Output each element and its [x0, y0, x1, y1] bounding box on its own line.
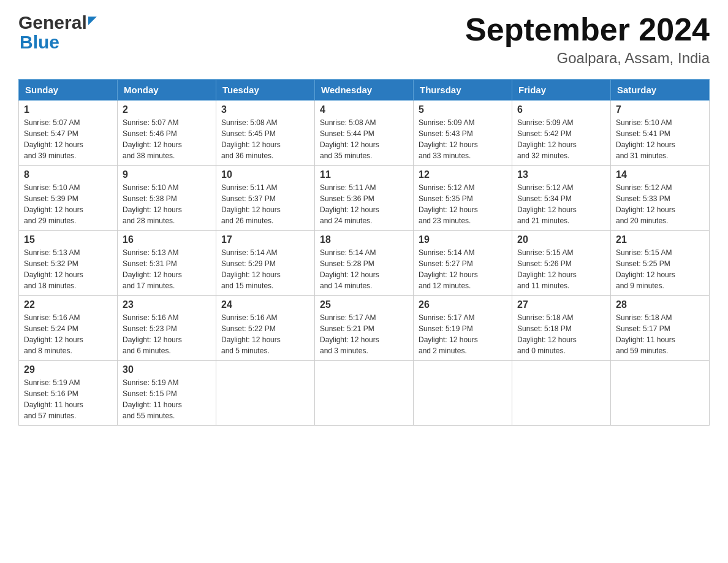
calendar-cell: 7 Sunrise: 5:10 AMSunset: 5:41 PMDayligh… — [611, 101, 710, 166]
day-number: 11 — [320, 169, 408, 180]
calendar-cell — [512, 361, 611, 426]
day-info: Sunrise: 5:12 AMSunset: 5:34 PMDaylight:… — [517, 182, 605, 226]
calendar-title: September 2024 — [465, 12, 710, 47]
calendar-cell: 15 Sunrise: 5:13 AMSunset: 5:32 PMDaylig… — [19, 231, 118, 296]
day-number: 29 — [24, 364, 112, 375]
calendar-cell — [414, 361, 512, 426]
header-sunday: Sunday — [19, 80, 118, 101]
calendar-cell: 13 Sunrise: 5:12 AMSunset: 5:34 PMDaylig… — [512, 166, 611, 231]
calendar-header-row: Sunday Monday Tuesday Wednesday Thursday… — [19, 80, 710, 101]
day-number: 1 — [24, 104, 112, 115]
title-section: September 2024 Goalpara, Assam, India — [465, 12, 710, 67]
day-info: Sunrise: 5:19 AMSunset: 5:16 PMDaylight:… — [24, 377, 112, 421]
day-info: Sunrise: 5:13 AMSunset: 5:32 PMDaylight:… — [24, 247, 112, 291]
calendar-cell: 16 Sunrise: 5:13 AMSunset: 5:31 PMDaylig… — [118, 231, 216, 296]
day-info: Sunrise: 5:07 AMSunset: 5:47 PMDaylight:… — [24, 117, 112, 161]
calendar-week-row: 1 Sunrise: 5:07 AMSunset: 5:47 PMDayligh… — [19, 101, 710, 166]
day-info: Sunrise: 5:17 AMSunset: 5:21 PMDaylight:… — [320, 312, 408, 356]
calendar-cell: 11 Sunrise: 5:11 AMSunset: 5:36 PMDaylig… — [315, 166, 414, 231]
calendar-cell: 14 Sunrise: 5:12 AMSunset: 5:33 PMDaylig… — [611, 166, 710, 231]
day-number: 30 — [123, 364, 211, 375]
calendar-cell: 5 Sunrise: 5:09 AMSunset: 5:43 PMDayligh… — [414, 101, 512, 166]
day-number: 16 — [123, 234, 211, 245]
day-info: Sunrise: 5:15 AMSunset: 5:25 PMDaylight:… — [616, 247, 704, 291]
calendar-week-row: 22 Sunrise: 5:16 AMSunset: 5:24 PMDaylig… — [19, 296, 710, 361]
calendar-cell: 1 Sunrise: 5:07 AMSunset: 5:47 PMDayligh… — [19, 101, 118, 166]
day-number: 20 — [517, 234, 605, 245]
day-number: 10 — [221, 169, 309, 180]
calendar-cell: 10 Sunrise: 5:11 AMSunset: 5:37 PMDaylig… — [216, 166, 315, 231]
calendar-cell: 18 Sunrise: 5:14 AMSunset: 5:28 PMDaylig… — [315, 231, 414, 296]
day-number: 26 — [419, 299, 507, 310]
logo: General Blue — [18, 12, 97, 53]
day-info: Sunrise: 5:09 AMSunset: 5:42 PMDaylight:… — [517, 117, 605, 161]
header-friday: Friday — [512, 80, 611, 101]
day-info: Sunrise: 5:12 AMSunset: 5:33 PMDaylight:… — [616, 182, 704, 226]
logo-general-text: General — [18, 12, 87, 33]
day-number: 9 — [123, 169, 211, 180]
header-thursday: Thursday — [414, 80, 512, 101]
day-info: Sunrise: 5:16 AMSunset: 5:22 PMDaylight:… — [221, 312, 309, 356]
day-info: Sunrise: 5:14 AMSunset: 5:27 PMDaylight:… — [419, 247, 507, 291]
calendar-cell: 3 Sunrise: 5:08 AMSunset: 5:45 PMDayligh… — [216, 101, 315, 166]
day-info: Sunrise: 5:16 AMSunset: 5:23 PMDaylight:… — [123, 312, 211, 356]
calendar-cell — [611, 361, 710, 426]
day-info: Sunrise: 5:08 AMSunset: 5:44 PMDaylight:… — [320, 117, 408, 161]
calendar-cell: 23 Sunrise: 5:16 AMSunset: 5:23 PMDaylig… — [118, 296, 216, 361]
calendar-week-row: 8 Sunrise: 5:10 AMSunset: 5:39 PMDayligh… — [19, 166, 710, 231]
day-info: Sunrise: 5:07 AMSunset: 5:46 PMDaylight:… — [123, 117, 211, 161]
day-number: 23 — [123, 299, 211, 310]
day-info: Sunrise: 5:15 AMSunset: 5:26 PMDaylight:… — [517, 247, 605, 291]
header-monday: Monday — [118, 80, 216, 101]
header-tuesday: Tuesday — [216, 80, 315, 101]
day-info: Sunrise: 5:14 AMSunset: 5:29 PMDaylight:… — [221, 247, 309, 291]
page-header: General Blue September 2024 Goalpara, As… — [18, 12, 710, 67]
day-number: 21 — [616, 234, 704, 245]
day-number: 14 — [616, 169, 704, 180]
day-number: 8 — [24, 169, 112, 180]
calendar-cell: 4 Sunrise: 5:08 AMSunset: 5:44 PMDayligh… — [315, 101, 414, 166]
calendar-cell: 30 Sunrise: 5:19 AMSunset: 5:15 PMDaylig… — [118, 361, 216, 426]
day-number: 5 — [419, 104, 507, 115]
calendar-cell: 12 Sunrise: 5:12 AMSunset: 5:35 PMDaylig… — [414, 166, 512, 231]
calendar-week-row: 15 Sunrise: 5:13 AMSunset: 5:32 PMDaylig… — [19, 231, 710, 296]
calendar-cell: 25 Sunrise: 5:17 AMSunset: 5:21 PMDaylig… — [315, 296, 414, 361]
day-info: Sunrise: 5:14 AMSunset: 5:28 PMDaylight:… — [320, 247, 408, 291]
calendar-cell: 17 Sunrise: 5:14 AMSunset: 5:29 PMDaylig… — [216, 231, 315, 296]
calendar-cell: 8 Sunrise: 5:10 AMSunset: 5:39 PMDayligh… — [19, 166, 118, 231]
calendar-cell: 2 Sunrise: 5:07 AMSunset: 5:46 PMDayligh… — [118, 101, 216, 166]
day-info: Sunrise: 5:18 AMSunset: 5:18 PMDaylight:… — [517, 312, 605, 356]
day-number: 24 — [221, 299, 309, 310]
calendar-cell: 28 Sunrise: 5:18 AMSunset: 5:17 PMDaylig… — [611, 296, 710, 361]
day-number: 28 — [616, 299, 704, 310]
day-info: Sunrise: 5:10 AMSunset: 5:38 PMDaylight:… — [123, 182, 211, 226]
calendar-cell: 20 Sunrise: 5:15 AMSunset: 5:26 PMDaylig… — [512, 231, 611, 296]
day-number: 19 — [419, 234, 507, 245]
day-info: Sunrise: 5:18 AMSunset: 5:17 PMDaylight:… — [616, 312, 704, 356]
day-info: Sunrise: 5:10 AMSunset: 5:41 PMDaylight:… — [616, 117, 704, 161]
calendar-cell: 6 Sunrise: 5:09 AMSunset: 5:42 PMDayligh… — [512, 101, 611, 166]
calendar-cell — [216, 361, 315, 426]
header-wednesday: Wednesday — [315, 80, 414, 101]
day-info: Sunrise: 5:12 AMSunset: 5:35 PMDaylight:… — [419, 182, 507, 226]
day-info: Sunrise: 5:19 AMSunset: 5:15 PMDaylight:… — [123, 377, 211, 421]
calendar-cell: 27 Sunrise: 5:18 AMSunset: 5:18 PMDaylig… — [512, 296, 611, 361]
calendar-cell: 21 Sunrise: 5:15 AMSunset: 5:25 PMDaylig… — [611, 231, 710, 296]
day-number: 15 — [24, 234, 112, 245]
logo-blue-text: Blue — [20, 32, 59, 53]
day-info: Sunrise: 5:09 AMSunset: 5:43 PMDaylight:… — [419, 117, 507, 161]
calendar-cell: 9 Sunrise: 5:10 AMSunset: 5:38 PMDayligh… — [118, 166, 216, 231]
calendar-cell — [315, 361, 414, 426]
calendar-subtitle: Goalpara, Assam, India — [465, 50, 710, 67]
calendar-cell: 24 Sunrise: 5:16 AMSunset: 5:22 PMDaylig… — [216, 296, 315, 361]
calendar-week-row: 29 Sunrise: 5:19 AMSunset: 5:16 PMDaylig… — [19, 361, 710, 426]
day-info: Sunrise: 5:11 AMSunset: 5:37 PMDaylight:… — [221, 182, 309, 226]
header-saturday: Saturday — [611, 80, 710, 101]
day-number: 7 — [616, 104, 704, 115]
day-info: Sunrise: 5:08 AMSunset: 5:45 PMDaylight:… — [221, 117, 309, 161]
calendar-cell: 19 Sunrise: 5:14 AMSunset: 5:27 PMDaylig… — [414, 231, 512, 296]
calendar-cell: 22 Sunrise: 5:16 AMSunset: 5:24 PMDaylig… — [19, 296, 118, 361]
day-number: 3 — [221, 104, 309, 115]
day-info: Sunrise: 5:13 AMSunset: 5:31 PMDaylight:… — [123, 247, 211, 291]
day-info: Sunrise: 5:10 AMSunset: 5:39 PMDaylight:… — [24, 182, 112, 226]
